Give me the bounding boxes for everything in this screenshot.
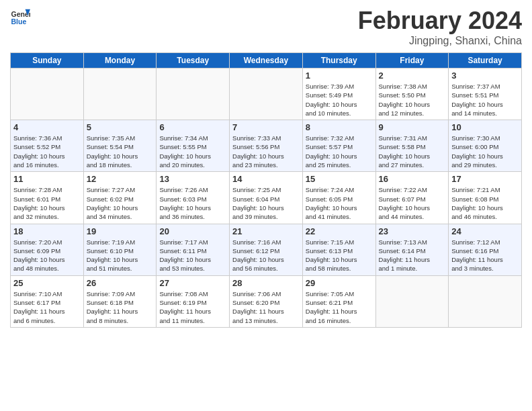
table-cell: 26Sunrise: 7:09 AM Sunset: 6:18 PM Dayli… bbox=[83, 275, 157, 327]
day-number: 2 bbox=[379, 71, 446, 81]
table-cell bbox=[375, 275, 449, 327]
day-number: 24 bbox=[451, 226, 519, 236]
calendar-row: 25Sunrise: 7:10 AM Sunset: 6:17 PM Dayli… bbox=[11, 275, 522, 327]
day-info: Sunrise: 7:35 AM Sunset: 5:54 PM Dayligh… bbox=[87, 134, 154, 169]
day-number: 13 bbox=[159, 174, 226, 184]
table-cell: 19Sunrise: 7:19 AM Sunset: 6:10 PM Dayli… bbox=[83, 224, 157, 275]
day-number: 12 bbox=[87, 174, 154, 184]
day-info: Sunrise: 7:38 AM Sunset: 5:50 PM Dayligh… bbox=[379, 82, 446, 118]
day-number: 1 bbox=[306, 71, 373, 81]
table-cell: 17Sunrise: 7:21 AM Sunset: 6:08 PM Dayli… bbox=[449, 172, 522, 224]
day-info: Sunrise: 7:21 AM Sunset: 6:08 PM Dayligh… bbox=[451, 185, 519, 221]
svg-text:Blue: Blue bbox=[11, 17, 27, 26]
table-cell: 4Sunrise: 7:36 AM Sunset: 5:52 PM Daylig… bbox=[11, 120, 84, 172]
page: General Blue February 2024 Jingping, Sha… bbox=[0, 0, 532, 411]
day-number: 4 bbox=[13, 122, 81, 132]
subtitle: Jingping, Shanxi, China bbox=[358, 35, 522, 47]
day-number: 5 bbox=[87, 122, 154, 132]
col-monday: Monday bbox=[83, 53, 157, 68]
day-number: 6 bbox=[159, 122, 226, 132]
day-number: 11 bbox=[13, 174, 81, 184]
table-cell: 15Sunrise: 7:24 AM Sunset: 6:05 PM Dayli… bbox=[302, 172, 375, 224]
table-cell bbox=[83, 68, 157, 120]
col-wednesday: Wednesday bbox=[230, 53, 303, 68]
day-number: 9 bbox=[379, 122, 446, 132]
day-info: Sunrise: 7:12 AM Sunset: 6:16 PM Dayligh… bbox=[451, 238, 519, 273]
day-info: Sunrise: 7:19 AM Sunset: 6:10 PM Dayligh… bbox=[87, 238, 154, 273]
day-info: Sunrise: 7:27 AM Sunset: 6:02 PM Dayligh… bbox=[87, 185, 154, 221]
day-info: Sunrise: 7:28 AM Sunset: 6:01 PM Dayligh… bbox=[13, 185, 81, 221]
day-info: Sunrise: 7:33 AM Sunset: 5:56 PM Dayligh… bbox=[232, 134, 300, 169]
day-number: 20 bbox=[159, 226, 226, 236]
day-number: 8 bbox=[306, 122, 373, 132]
table-cell: 16Sunrise: 7:22 AM Sunset: 6:07 PM Dayli… bbox=[375, 172, 449, 224]
col-tuesday: Tuesday bbox=[157, 53, 230, 68]
day-info: Sunrise: 7:05 AM Sunset: 6:21 PM Dayligh… bbox=[306, 289, 373, 325]
day-number: 25 bbox=[13, 278, 81, 288]
table-cell bbox=[230, 68, 303, 120]
table-cell: 25Sunrise: 7:10 AM Sunset: 6:17 PM Dayli… bbox=[11, 275, 84, 327]
table-cell bbox=[157, 68, 230, 120]
day-info: Sunrise: 7:26 AM Sunset: 6:03 PM Dayligh… bbox=[159, 185, 226, 221]
day-info: Sunrise: 7:36 AM Sunset: 5:52 PM Dayligh… bbox=[13, 134, 81, 169]
day-info: Sunrise: 7:13 AM Sunset: 6:14 PM Dayligh… bbox=[379, 238, 446, 273]
day-number: 27 bbox=[159, 278, 226, 288]
title-block: February 2024 Jingping, Shanxi, China bbox=[358, 7, 522, 47]
calendar-row: 1Sunrise: 7:39 AM Sunset: 5:49 PM Daylig… bbox=[11, 68, 522, 120]
table-cell: 29Sunrise: 7:05 AM Sunset: 6:21 PM Dayli… bbox=[302, 275, 375, 327]
calendar-row: 11Sunrise: 7:28 AM Sunset: 6:01 PM Dayli… bbox=[11, 172, 522, 224]
table-cell bbox=[11, 68, 84, 120]
day-info: Sunrise: 7:30 AM Sunset: 6:00 PM Dayligh… bbox=[451, 134, 519, 169]
logo-icon: General Blue bbox=[10, 7, 30, 27]
table-cell: 14Sunrise: 7:25 AM Sunset: 6:04 PM Dayli… bbox=[230, 172, 303, 224]
day-info: Sunrise: 7:17 AM Sunset: 6:11 PM Dayligh… bbox=[159, 238, 226, 273]
day-number: 28 bbox=[232, 278, 300, 288]
col-saturday: Saturday bbox=[449, 53, 522, 68]
day-info: Sunrise: 7:10 AM Sunset: 6:17 PM Dayligh… bbox=[13, 289, 81, 325]
table-cell: 11Sunrise: 7:28 AM Sunset: 6:01 PM Dayli… bbox=[11, 172, 84, 224]
day-number: 19 bbox=[87, 226, 154, 236]
col-thursday: Thursday bbox=[302, 53, 375, 68]
calendar-row: 4Sunrise: 7:36 AM Sunset: 5:52 PM Daylig… bbox=[11, 120, 522, 172]
day-number: 23 bbox=[379, 226, 446, 236]
day-info: Sunrise: 7:34 AM Sunset: 5:55 PM Dayligh… bbox=[159, 134, 226, 169]
day-info: Sunrise: 7:39 AM Sunset: 5:49 PM Dayligh… bbox=[306, 82, 373, 118]
table-cell: 24Sunrise: 7:12 AM Sunset: 6:16 PM Dayli… bbox=[449, 224, 522, 275]
day-number: 10 bbox=[451, 122, 519, 132]
table-cell: 13Sunrise: 7:26 AM Sunset: 6:03 PM Dayli… bbox=[157, 172, 230, 224]
logo: General Blue bbox=[10, 7, 33, 27]
day-number: 14 bbox=[232, 174, 300, 184]
day-info: Sunrise: 7:25 AM Sunset: 6:04 PM Dayligh… bbox=[232, 185, 300, 221]
main-title: February 2024 bbox=[358, 7, 522, 35]
calendar-header-row: Sunday Monday Tuesday Wednesday Thursday… bbox=[11, 53, 522, 68]
table-cell: 6Sunrise: 7:34 AM Sunset: 5:55 PM Daylig… bbox=[157, 120, 230, 172]
day-info: Sunrise: 7:15 AM Sunset: 6:13 PM Dayligh… bbox=[306, 238, 373, 273]
table-cell: 9Sunrise: 7:31 AM Sunset: 5:58 PM Daylig… bbox=[375, 120, 449, 172]
table-cell: 7Sunrise: 7:33 AM Sunset: 5:56 PM Daylig… bbox=[230, 120, 303, 172]
table-cell: 20Sunrise: 7:17 AM Sunset: 6:11 PM Dayli… bbox=[157, 224, 230, 275]
table-cell: 22Sunrise: 7:15 AM Sunset: 6:13 PM Dayli… bbox=[302, 224, 375, 275]
table-cell: 5Sunrise: 7:35 AM Sunset: 5:54 PM Daylig… bbox=[83, 120, 157, 172]
table-cell: 28Sunrise: 7:06 AM Sunset: 6:20 PM Dayli… bbox=[230, 275, 303, 327]
day-info: Sunrise: 7:08 AM Sunset: 6:19 PM Dayligh… bbox=[159, 289, 226, 325]
table-cell: 21Sunrise: 7:16 AM Sunset: 6:12 PM Dayli… bbox=[230, 224, 303, 275]
table-cell: 8Sunrise: 7:32 AM Sunset: 5:57 PM Daylig… bbox=[302, 120, 375, 172]
day-number: 17 bbox=[451, 174, 519, 184]
day-number: 7 bbox=[232, 122, 300, 132]
table-cell: 10Sunrise: 7:30 AM Sunset: 6:00 PM Dayli… bbox=[449, 120, 522, 172]
day-info: Sunrise: 7:31 AM Sunset: 5:58 PM Dayligh… bbox=[379, 134, 446, 169]
day-info: Sunrise: 7:09 AM Sunset: 6:18 PM Dayligh… bbox=[87, 289, 154, 325]
day-info: Sunrise: 7:06 AM Sunset: 6:20 PM Dayligh… bbox=[232, 289, 300, 325]
col-sunday: Sunday bbox=[11, 53, 84, 68]
day-number: 22 bbox=[306, 226, 373, 236]
day-number: 29 bbox=[306, 278, 373, 288]
day-info: Sunrise: 7:24 AM Sunset: 6:05 PM Dayligh… bbox=[306, 185, 373, 221]
day-number: 15 bbox=[306, 174, 373, 184]
table-cell: 23Sunrise: 7:13 AM Sunset: 6:14 PM Dayli… bbox=[375, 224, 449, 275]
table-cell: 18Sunrise: 7:20 AM Sunset: 6:09 PM Dayli… bbox=[11, 224, 84, 275]
calendar-row: 18Sunrise: 7:20 AM Sunset: 6:09 PM Dayli… bbox=[11, 224, 522, 275]
day-info: Sunrise: 7:16 AM Sunset: 6:12 PM Dayligh… bbox=[232, 238, 300, 273]
table-cell: 2Sunrise: 7:38 AM Sunset: 5:50 PM Daylig… bbox=[375, 68, 449, 120]
table-cell: 27Sunrise: 7:08 AM Sunset: 6:19 PM Dayli… bbox=[157, 275, 230, 327]
day-number: 26 bbox=[87, 278, 154, 288]
